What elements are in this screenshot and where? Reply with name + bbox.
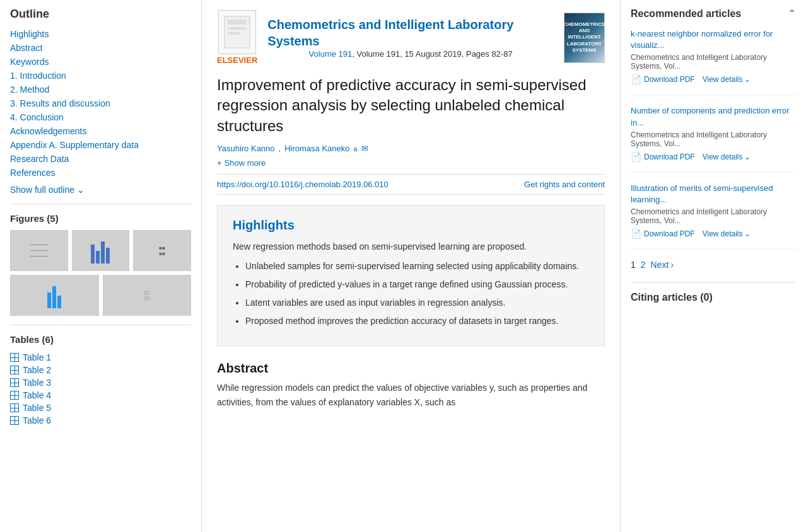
rec-article-2-title[interactable]: Number of components and prediction erro… [631, 105, 796, 128]
rec-article-1-actions: 📄 Download PDF View details ⌄ [631, 74, 796, 84]
chevron-down-icon-3: ⌄ [744, 229, 751, 238]
rec-article-2-journal: Chemometrics and Intelligent Laboratory … [631, 130, 796, 148]
highlights-intro: New regression methods based on semi-sup… [233, 240, 589, 253]
figure-thumb-2[interactable] [72, 230, 130, 271]
table-icon-3 [10, 378, 19, 387]
journal-name: Chemometrics and Intelligent Laboratory … [267, 16, 554, 49]
view-label-3: View details [703, 229, 743, 238]
outline-link-conclusion[interactable]: 4. Conclusion [10, 110, 191, 124]
outline-link-highlights[interactable]: Highlights [10, 27, 191, 41]
email-icon[interactable]: ✉ [361, 144, 368, 153]
table-link-3[interactable]: Table 3 [10, 376, 191, 389]
rec-article-1-view[interactable]: View details ⌄ [703, 75, 751, 84]
highlights-list: Unlabeled samples for semi-supervised le… [245, 260, 589, 328]
download-label-3: Download PDF [644, 229, 695, 238]
view-label-2: View details [703, 153, 743, 161]
rec-article-2-download[interactable]: 📄 Download PDF [631, 152, 695, 162]
outline-link-appendix[interactable]: Appendix A. Supplementary data [10, 138, 191, 152]
table-link-5[interactable]: Table 5 [10, 402, 191, 414]
tables-title: Tables (6) [10, 334, 191, 345]
doi-link[interactable]: https://doi.org/10.1016/j.chemolab.2019.… [217, 180, 388, 189]
table-link-4[interactable]: Table 4 [10, 389, 191, 402]
rec-article-2-actions: 📄 Download PDF View details ⌄ [631, 152, 796, 162]
figures-grid-bottom: □□□□ [10, 275, 191, 316]
table-link-6[interactable]: Table 6 [10, 414, 191, 427]
article-title: Improvement of predictive accuracy in se… [217, 75, 605, 136]
outline-link-abstract[interactable]: Abstract [10, 41, 191, 55]
figure-thumb-1[interactable]: ─────────────── [10, 230, 68, 271]
rec-article-2-view[interactable]: View details ⌄ [703, 153, 751, 161]
citing-title: Citing articles (0) [631, 292, 796, 303]
table-label-6: Table 6 [23, 415, 51, 425]
rec-article-3-journal: Chemometrics and Intelligent Laboratory … [631, 207, 796, 225]
rec-article-3-title[interactable]: Illustration of merits of semi-supervise… [631, 183, 796, 205]
rec-article-2: Number of components and prediction erro… [631, 105, 796, 172]
rec-article-1-title[interactable]: k-nearest neighbor normalized error for … [631, 28, 796, 51]
elsevier-logo-img [218, 10, 256, 54]
table-label-4: Table 4 [23, 390, 51, 400]
recommended-header: Recommended articles ⌃ [631, 8, 796, 20]
left-sidebar: Outline Highlights Abstract Keywords 1. … [0, 0, 202, 532]
next-label: Next [651, 260, 669, 270]
highlights-box: Highlights New regression methods based … [217, 205, 605, 346]
show-more-button[interactable]: + Show more [217, 158, 605, 168]
volume-link[interactable]: Volume 191 [309, 49, 353, 59]
download-label-1: Download PDF [644, 75, 695, 84]
table-icon-5 [10, 403, 19, 412]
view-label-1: View details [703, 75, 743, 84]
download-label-2: Download PDF [644, 153, 695, 161]
citing-section: Citing articles (0) [631, 292, 796, 303]
author-1[interactable]: Yasuhiro Kanno [217, 144, 275, 153]
show-full-outline-label: Show full outline [10, 185, 74, 195]
page-2-link[interactable]: 2 [641, 260, 646, 270]
highlight-item-1: Unlabeled samples for semi-supervised le… [245, 260, 589, 273]
rec-article-3-view[interactable]: View details ⌄ [703, 229, 751, 238]
rights-link[interactable]: Get rights and content [524, 180, 605, 189]
outline-link-acknowledgements[interactable]: Acknowledgements [10, 124, 191, 138]
journal-cover: CHEMOMETRICSANDINTELLIGENTLABORATORYSYST… [564, 13, 605, 63]
figure-thumb-4[interactable] [10, 275, 99, 316]
table-link-1[interactable]: Table 1 [10, 351, 191, 364]
rec-article-1-journal: Chemometrics and Intelligent Laboratory … [631, 53, 796, 71]
journal-info: Chemometrics and Intelligent Laboratory … [267, 16, 554, 59]
figure-thumb-5[interactable]: □□□□ [103, 275, 192, 316]
outline-link-introduction[interactable]: 1. Introduction [10, 69, 191, 83]
show-full-outline-button[interactable]: Show full outline ⌄ [10, 185, 191, 195]
author-2[interactable]: Hiromasa Kaneko [284, 144, 349, 153]
journal-name-link[interactable]: Chemometrics and Intelligent Laboratory … [267, 18, 513, 48]
table-icon-1 [10, 353, 19, 362]
table-icon-4 [10, 391, 19, 400]
abstract-section: Abstract While regression models can pre… [217, 361, 605, 409]
abstract-title: Abstract [217, 361, 605, 376]
volume-text: Volume 191, 15 August 2019, Pages 82-87 [357, 49, 513, 59]
highlight-item-4: Proposed method improves the prediction … [245, 315, 589, 328]
table-label-2: Table 2 [23, 365, 51, 375]
recommended-title: Recommended articles [631, 8, 741, 20]
pdf-icon-1: 📄 [631, 74, 641, 84]
outline-link-method[interactable]: 2. Method [10, 83, 191, 96]
outline-link-references[interactable]: References [10, 166, 191, 180]
pdf-icon-2: 📄 [631, 152, 641, 162]
rec-article-3-actions: 📄 Download PDF View details ⌄ [631, 229, 796, 239]
outline-link-results[interactable]: 3. Results and discussion [10, 96, 191, 110]
table-link-2[interactable]: Table 2 [10, 364, 191, 376]
pagination-row: 1 2 Next › [631, 260, 796, 270]
rec-article-3-download[interactable]: 📄 Download PDF [631, 229, 695, 239]
rec-article-3: Illustration of merits of semi-supervise… [631, 183, 796, 250]
svg-rect-1 [228, 20, 247, 25]
outline-link-research-data[interactable]: Research Data [10, 152, 191, 166]
table-label-3: Table 3 [23, 378, 51, 388]
collapse-recommended-button[interactable]: ⌃ [788, 8, 796, 20]
figure-thumb-3[interactable]: ■■■■ [133, 230, 191, 271]
rec-article-1-download[interactable]: 📄 Download PDF [631, 74, 695, 84]
next-button[interactable]: Next › [651, 260, 674, 270]
figures-title: Figures (5) [10, 213, 191, 224]
elsevier-text: ELSEVIER [217, 55, 257, 65]
author-superscript: a [354, 145, 358, 153]
outline-links: Highlights Abstract Keywords 1. Introduc… [10, 27, 191, 180]
volume-info: Volume 191, Volume 191, 15 August 2019, … [267, 49, 554, 59]
show-more-label: Show more [225, 158, 266, 168]
journal-header: ELSEVIER Chemometrics and Intelligent La… [217, 10, 605, 65]
table-links: Table 1 Table 2 Table 3 Table 4 Table 5 … [10, 351, 191, 427]
outline-link-keywords[interactable]: Keywords [10, 55, 191, 69]
